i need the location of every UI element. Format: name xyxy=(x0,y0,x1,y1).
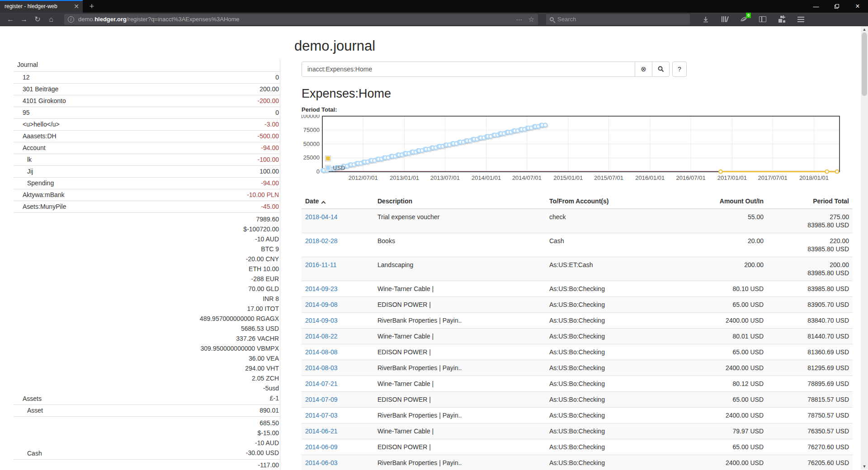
transaction-period-total: 76205.60 USD xyxy=(767,455,853,470)
submit-search-button[interactable] xyxy=(652,61,670,77)
transaction-account: As:US:Bo:Checking xyxy=(546,360,681,376)
transaction-row[interactable]: 2014-08-03RiverBank Properties | Payin..… xyxy=(302,360,853,376)
transaction-date-link[interactable]: 2014-08-22 xyxy=(305,333,338,340)
transaction-date-link[interactable]: 2014-06-21 xyxy=(305,428,338,435)
transaction-description: Wine-Tarner Cable | xyxy=(374,329,546,344)
scrollbar-thumb[interactable] xyxy=(862,33,867,96)
window-close-button[interactable]: × xyxy=(847,0,868,13)
forward-button[interactable]: → xyxy=(17,14,31,25)
transaction-amount: 65.00 USD xyxy=(681,392,767,408)
tab-close-icon[interactable]: ✕ xyxy=(74,3,79,10)
sidebar-account-balance: -10.00 PLN xyxy=(247,191,279,199)
transaction-date-link[interactable]: 2014-07-03 xyxy=(305,412,338,419)
transaction-date-link[interactable]: 2014-07-21 xyxy=(305,380,338,387)
sidebar-account-link[interactable]: Asset xyxy=(14,406,43,415)
sidebar-account-link[interactable]: Aaasets:DH xyxy=(14,132,57,141)
url-bar[interactable]: i demo.hledger.org/register?q=inacct%3AE… xyxy=(64,14,538,25)
sidebar-account-link[interactable]: Aktywa:mBank xyxy=(14,191,65,199)
transaction-date-link[interactable]: 2018-04-14 xyxy=(305,213,338,221)
notes-badge: 0 xyxy=(746,13,751,18)
transaction-date-link[interactable]: 2018-02-28 xyxy=(305,237,338,244)
home-button[interactable]: ⌂ xyxy=(44,14,58,25)
transaction-row[interactable]: 2016-11-11LandscapingAs:US:ET:Cash200.00… xyxy=(302,257,853,281)
transaction-date-link[interactable]: 2014-09-23 xyxy=(305,285,338,292)
sidebar-account-balance: -200.00 xyxy=(258,97,279,105)
active-tab-indicator xyxy=(0,0,83,1)
transaction-date-link[interactable]: 2014-06-03 xyxy=(305,459,338,466)
transaction-row[interactable]: 2014-08-22Wine-Tarner Cable |As:US:Bo:Ch… xyxy=(302,329,853,344)
window-restore-button[interactable] xyxy=(826,0,847,13)
sidebar-account-link[interactable]: Account xyxy=(14,144,46,152)
transaction-amount: 20.00 xyxy=(681,233,767,257)
browser-tab[interactable]: register - hledger-web ✕ xyxy=(0,0,83,13)
sidebars-button[interactable] xyxy=(759,15,767,24)
window-minimize-button[interactable]: — xyxy=(806,0,826,13)
sidebar-account-row: 4101 Girokonto-200.00 xyxy=(14,95,280,107)
new-tab-button[interactable]: + xyxy=(85,0,99,13)
transaction-description: Books xyxy=(374,233,546,257)
transaction-date-link[interactable]: 2014-07-09 xyxy=(305,396,338,403)
sidebar-account-link[interactable]: 301 Beiträge xyxy=(14,85,58,94)
transaction-period-total: 81440.70 USD xyxy=(767,329,853,344)
transaction-row[interactable]: 2014-07-21Wine-Tarner Cable |As:US:Bo:Ch… xyxy=(302,376,853,392)
query-input[interactable] xyxy=(302,61,635,77)
scroll-up-arrow[interactable]: ▲ xyxy=(861,26,868,33)
sidebar-account-link[interactable]: Cash xyxy=(14,449,42,458)
sidebar-account-link[interactable]: Spending xyxy=(14,179,54,188)
sidebar-account-link[interactable]: Jij xyxy=(14,167,33,176)
site-info-icon[interactable]: i xyxy=(68,16,74,23)
help-button[interactable]: ? xyxy=(672,61,687,77)
clear-query-button[interactable]: ⊗ xyxy=(635,61,652,77)
transaction-row[interactable]: 2014-09-03RiverBank Properties | Payin..… xyxy=(302,313,853,329)
transaction-date-link[interactable]: 2014-08-08 xyxy=(305,348,338,356)
sidebar-account-row: 950 xyxy=(14,107,280,118)
svg-text:2013/01/01: 2013/01/01 xyxy=(390,174,419,181)
transaction-description: RiverBank Properties | Payin.. xyxy=(374,360,546,376)
transaction-date-link[interactable]: 2016-11-11 xyxy=(305,261,337,268)
sidebar-account-link[interactable]: 12 xyxy=(14,73,30,82)
transaction-row[interactable]: 2018-04-14Trial expense vouchercheck55.0… xyxy=(302,209,853,233)
menu-button[interactable] xyxy=(797,15,805,24)
sidebar-account-link[interactable]: 4101 Girokonto xyxy=(14,97,66,105)
notes-button[interactable]: 0 xyxy=(740,15,748,24)
transaction-row[interactable]: 2014-07-03RiverBank Properties | Payin..… xyxy=(302,408,853,423)
screenshots-button[interactable] xyxy=(778,15,786,24)
reload-button[interactable]: ↻ xyxy=(31,14,44,25)
transaction-description: EDISON POWER | xyxy=(374,439,546,455)
sidebar-journal-link[interactable]: Journal xyxy=(17,61,38,68)
transaction-row[interactable]: 2014-07-09EDISON POWER |As:US:Bo:Checkin… xyxy=(302,392,853,408)
svg-text:2016/01/01: 2016/01/01 xyxy=(635,174,665,181)
browser-tab-bar: register - hledger-web ✕ + — × xyxy=(0,0,868,13)
browser-search-bar[interactable]: Search xyxy=(546,14,690,25)
transaction-row[interactable]: 2014-06-09EDISON POWER |As:US:Bo:Checkin… xyxy=(302,439,853,455)
transaction-account: As:US:Bo:Checking xyxy=(546,439,681,455)
back-button[interactable]: ← xyxy=(4,14,17,25)
transaction-row[interactable]: 2018-02-28BooksCash20.00220.0083985.80 U… xyxy=(302,233,853,257)
library-button[interactable] xyxy=(721,15,729,24)
downloads-button[interactable] xyxy=(702,15,710,24)
page-actions-icon[interactable]: ⋯ xyxy=(516,16,523,23)
sidebar-account-row: <u>hello</u>-3.00 xyxy=(14,118,280,130)
scroll-down-arrow[interactable]: ▼ xyxy=(861,463,868,470)
transaction-row[interactable]: 2014-06-03RiverBank Properties | Payin..… xyxy=(302,455,853,470)
sidebar-account-link[interactable]: Asets:MunyPile xyxy=(14,202,66,211)
transaction-date-link[interactable]: 2014-06-09 xyxy=(305,443,338,451)
transaction-row[interactable]: 2014-09-08EDISON POWER |As:US:Bo:Checkin… xyxy=(302,297,853,313)
sidebar-account-link[interactable]: lk xyxy=(14,155,32,164)
transaction-date-link[interactable]: 2014-09-08 xyxy=(305,301,338,308)
transaction-row[interactable]: 2014-09-23Wine-Tarner Cable |As:US:Bo:Ch… xyxy=(302,281,853,297)
column-header-date[interactable]: Date xyxy=(302,194,374,209)
transaction-description: Trial expense voucher xyxy=(374,209,546,233)
transaction-row[interactable]: 2014-06-21Wine-Tarner Cable |As:US:Bo:Ch… xyxy=(302,423,853,439)
bookmark-star-icon[interactable]: ☆ xyxy=(528,15,534,24)
sidebar-account-link[interactable]: 95 xyxy=(14,108,30,117)
transaction-date-link[interactable]: 2014-09-03 xyxy=(305,317,338,324)
transaction-amount: 2400.00 USD xyxy=(681,408,767,423)
library-icon xyxy=(722,16,728,22)
transaction-row[interactable]: 2014-08-08EDISON POWER |As:US:Bo:Checkin… xyxy=(302,344,853,360)
sidebar-account-link[interactable]: <u>hello</u> xyxy=(14,120,60,129)
tab-title: register - hledger-web xyxy=(5,3,71,9)
sidebar-account-link[interactable]: Assets xyxy=(14,395,42,403)
page-scrollbar[interactable]: ▲ ▼ xyxy=(861,26,868,470)
transaction-date-link[interactable]: 2014-08-03 xyxy=(305,364,338,371)
